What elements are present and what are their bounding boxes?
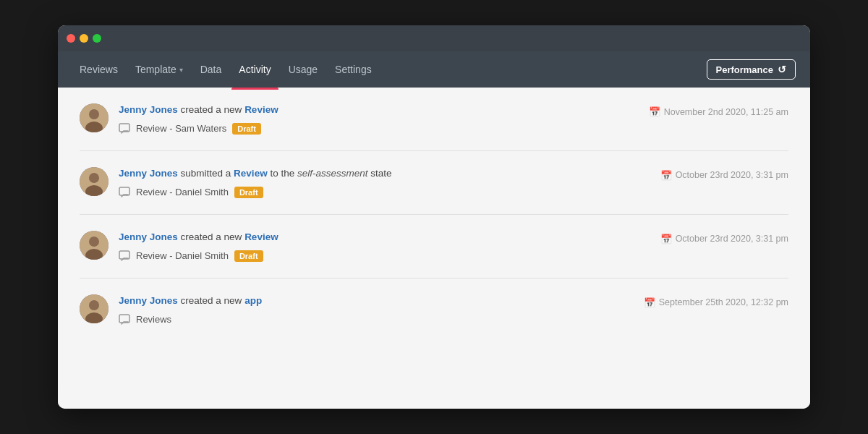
comment-icon-2 bbox=[119, 187, 130, 198]
activity-right-1: 📅 November 2nd 2020, 11:25 am bbox=[649, 103, 788, 117]
avatar-2 bbox=[80, 167, 109, 196]
minimize-button[interactable] bbox=[80, 34, 88, 43]
activity-main-4: Jenny Jones created a new app bbox=[119, 294, 634, 308]
activity-main-1: Jenny Jones created a new Review bbox=[119, 103, 639, 117]
traffic-lights bbox=[67, 34, 101, 43]
draft-badge-1: Draft bbox=[232, 123, 261, 135]
review-link-3[interactable]: Review bbox=[244, 231, 278, 242]
comment-icon-1 bbox=[119, 123, 130, 135]
app-link-4[interactable]: app bbox=[244, 295, 262, 306]
activity-item-2: Jenny Jones submitted a Review to the se… bbox=[80, 151, 788, 215]
activity-item-1: Jenny Jones created a new Review Review … bbox=[80, 88, 788, 151]
nav-label-usage: Usage bbox=[289, 64, 318, 75]
app-window: Reviews Template ▾ Data Activity Usage S… bbox=[58, 25, 810, 409]
review-link-2[interactable]: Review bbox=[234, 168, 268, 179]
nav-label-data: Data bbox=[200, 64, 222, 75]
activity-time-4: 📅 September 25th 2020, 12:32 pm bbox=[644, 297, 788, 308]
activity-sub-1: Review - Sam Waters Draft bbox=[119, 123, 639, 135]
comment-icon-4 bbox=[119, 314, 130, 326]
nav-item-reviews[interactable]: Reviews bbox=[72, 59, 125, 80]
nav-item-settings[interactable]: Settings bbox=[328, 59, 379, 80]
activity-time-3: 📅 October 23rd 2020, 3:31 pm bbox=[660, 234, 788, 244]
user-name-4[interactable]: Jenny Jones bbox=[119, 295, 178, 306]
close-button[interactable] bbox=[67, 34, 75, 43]
nav-bar: Reviews Template ▾ Data Activity Usage S… bbox=[58, 51, 810, 88]
comment-icon-3 bbox=[119, 250, 130, 262]
calendar-icon-2: 📅 bbox=[660, 170, 672, 181]
avatar-4 bbox=[80, 294, 109, 323]
user-name-3[interactable]: Jenny Jones bbox=[119, 231, 178, 242]
timestamp-3: October 23rd 2020, 3:31 pm bbox=[676, 234, 788, 244]
nav-label-settings: Settings bbox=[335, 64, 372, 75]
sub-label-1: Review - Sam Waters bbox=[136, 123, 226, 134]
avatar-3 bbox=[80, 231, 109, 260]
timestamp-4: September 25th 2020, 12:32 pm bbox=[659, 297, 788, 307]
nav-items: Reviews Template ▾ Data Activity Usage S… bbox=[72, 59, 707, 80]
refresh-icon: ↺ bbox=[778, 64, 786, 75]
action-text-3: created a new bbox=[181, 231, 245, 242]
nav-item-template[interactable]: Template ▾ bbox=[128, 59, 190, 80]
activity-right-2: 📅 October 23rd 2020, 3:31 pm bbox=[660, 167, 788, 181]
avatar-1 bbox=[80, 103, 109, 132]
nav-label-activity: Activity bbox=[239, 64, 271, 75]
activity-body-4: Jenny Jones created a new app Reviews bbox=[119, 294, 634, 326]
content-area: Jenny Jones created a new Review Review … bbox=[58, 88, 810, 409]
nav-item-data[interactable]: Data bbox=[193, 59, 229, 80]
performance-button[interactable]: Performance ↺ bbox=[707, 59, 796, 80]
activity-main-2: Jenny Jones submitted a Review to the se… bbox=[119, 167, 650, 181]
activity-right-3: 📅 October 23rd 2020, 3:31 pm bbox=[660, 231, 788, 244]
sub-label-3: Review - Daniel Smith bbox=[136, 250, 229, 261]
timestamp-2: October 23rd 2020, 3:31 pm bbox=[676, 170, 788, 180]
performance-label: Performance bbox=[716, 64, 773, 75]
activity-right-4: 📅 September 25th 2020, 12:32 pm bbox=[644, 294, 788, 308]
nav-label-reviews: Reviews bbox=[80, 64, 118, 75]
svg-point-1 bbox=[89, 109, 99, 119]
draft-badge-2: Draft bbox=[234, 187, 263, 198]
calendar-icon-1: 📅 bbox=[649, 106, 660, 117]
nav-item-usage[interactable]: Usage bbox=[281, 59, 325, 80]
action-text-2b: to the bbox=[270, 168, 297, 179]
svg-point-13 bbox=[89, 300, 99, 310]
action-text-1: created a new bbox=[181, 104, 245, 115]
activity-sub-4: Reviews bbox=[119, 314, 634, 326]
nav-label-template: Template bbox=[135, 64, 176, 75]
activity-main-3: Jenny Jones created a new Review bbox=[119, 231, 650, 244]
chevron-down-icon: ▾ bbox=[179, 66, 183, 74]
nav-right: Performance ↺ bbox=[707, 59, 796, 80]
draft-badge-3: Draft bbox=[234, 250, 263, 262]
activity-body-1: Jenny Jones created a new Review Review … bbox=[119, 103, 639, 135]
activity-item-3: Jenny Jones created a new Review Review … bbox=[80, 215, 788, 278]
activity-item-4: Jenny Jones created a new app Reviews 📅 … bbox=[80, 278, 788, 341]
svg-point-9 bbox=[89, 237, 99, 247]
user-name-2[interactable]: Jenny Jones bbox=[119, 168, 178, 179]
activity-time-1: 📅 November 2nd 2020, 11:25 am bbox=[649, 106, 788, 117]
action-text-2a: submitted a bbox=[181, 168, 234, 179]
svg-point-5 bbox=[89, 173, 99, 183]
activity-body-3: Jenny Jones created a new Review Review … bbox=[119, 231, 650, 262]
activity-sub-3: Review - Daniel Smith Draft bbox=[119, 250, 650, 262]
italic-text-2: self-assessment bbox=[297, 168, 368, 179]
title-bar bbox=[58, 25, 810, 51]
action-text-4: created a new bbox=[181, 295, 245, 306]
maximize-button[interactable] bbox=[93, 34, 101, 43]
calendar-icon-4: 📅 bbox=[644, 297, 655, 308]
nav-item-activity[interactable]: Activity bbox=[231, 59, 278, 80]
activity-body-2: Jenny Jones submitted a Review to the se… bbox=[119, 167, 650, 198]
activity-time-2: 📅 October 23rd 2020, 3:31 pm bbox=[660, 170, 788, 181]
calendar-icon-3: 📅 bbox=[660, 234, 672, 244]
user-name-1[interactable]: Jenny Jones bbox=[119, 104, 178, 115]
activity-sub-2: Review - Daniel Smith Draft bbox=[119, 187, 650, 198]
sub-label-2: Review - Daniel Smith bbox=[136, 187, 229, 197]
review-link-1[interactable]: Review bbox=[244, 104, 278, 115]
timestamp-1: November 2nd 2020, 11:25 am bbox=[664, 107, 788, 117]
sub-label-4: Reviews bbox=[136, 314, 171, 325]
action-text-2c: state bbox=[370, 168, 391, 179]
